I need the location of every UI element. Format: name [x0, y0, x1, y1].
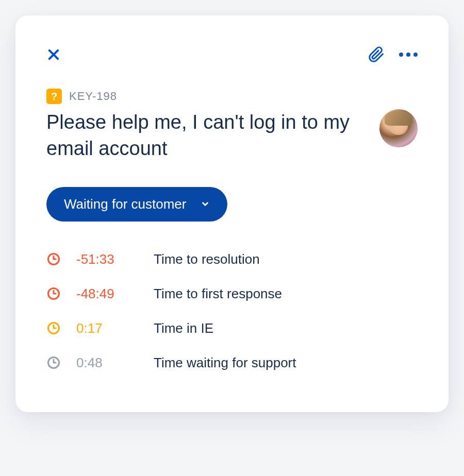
close-icon[interactable]	[46, 47, 61, 62]
sla-row: -48:49Time to first response	[46, 286, 418, 302]
issue-type-icon: ?	[46, 89, 62, 104]
clock-icon	[46, 286, 61, 301]
header-right	[368, 46, 418, 63]
avatar[interactable]	[379, 109, 418, 147]
issue-card: ? KEY-198 Please help me, I can't log in…	[15, 15, 449, 412]
sla-row: 0:17Time in IE	[46, 320, 418, 336]
sla-row: 0:48Time waiting for support	[46, 355, 418, 371]
header-left	[46, 47, 61, 62]
status-label: Waiting for customer	[64, 196, 186, 212]
sla-time: 0:48	[76, 355, 154, 371]
status-button[interactable]: Waiting for customer	[46, 187, 227, 222]
more-icon[interactable]	[399, 53, 418, 57]
sla-row: -51:33Time to resolution	[46, 251, 418, 267]
title-row: Please help me, I can't log in to my ema…	[46, 109, 418, 162]
clock-icon	[46, 252, 61, 266]
sla-label: Time in IE	[154, 320, 213, 336]
sla-time: -48:49	[76, 286, 154, 302]
sla-label: Time to first response	[154, 286, 282, 302]
sla-list: -51:33Time to resolution-48:49Time to fi…	[46, 251, 418, 371]
sla-label: Time waiting for support	[154, 355, 296, 371]
chevron-down-icon	[201, 199, 210, 209]
clock-icon	[46, 355, 61, 370]
sla-label: Time to resolution	[154, 251, 260, 267]
sla-time: -51:33	[76, 251, 154, 267]
issue-key[interactable]: KEY-198	[69, 90, 117, 103]
card-header	[46, 46, 418, 63]
issue-title: Please help me, I can't log in to my ema…	[46, 109, 367, 162]
clock-icon	[46, 321, 61, 335]
issue-key-row: ? KEY-198	[46, 89, 418, 104]
sla-time: 0:17	[76, 320, 154, 336]
attachment-icon[interactable]	[368, 46, 385, 63]
